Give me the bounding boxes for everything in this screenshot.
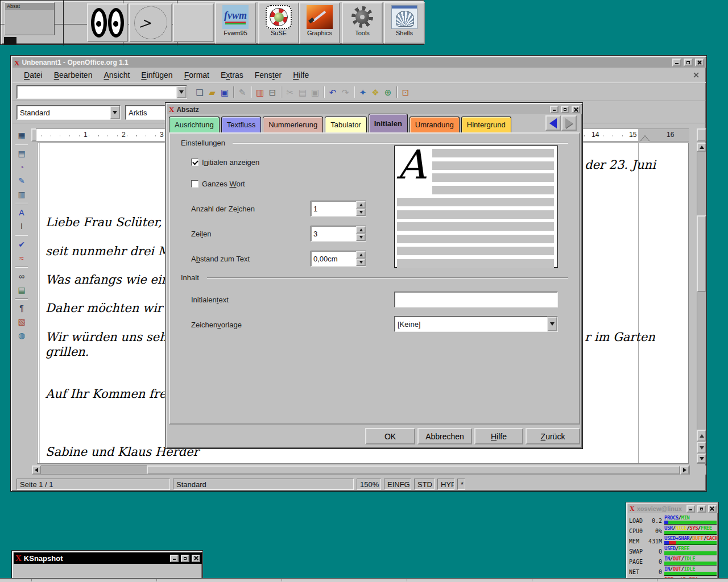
pager-mini-window[interactable]: Absat [5,2,55,35]
paste-icon[interactable]: ▣ [309,86,321,98]
help-button[interactable]: Hilfe [474,428,523,444]
char-style-combobox[interactable]: [Keine] [394,316,558,332]
scroll-down-button[interactable] [697,454,706,463]
menu-ansicht[interactable]: Ansicht [98,69,135,81]
dropcap-text-value[interactable] [395,292,557,307]
menu-fenster[interactable]: Fenster [249,69,287,81]
scroll-up-button[interactable] [697,143,706,152]
whole-word-checkbox[interactable] [191,180,198,188]
copy-icon[interactable]: ▤ [296,86,309,98]
char-style-dropdown-button[interactable] [547,317,557,331]
scroll-left-button[interactable] [32,465,41,475]
find-icon[interactable]: ∞ [14,269,29,283]
new-document-icon[interactable]: ❏ [193,86,206,98]
open-icon[interactable]: ▰ [206,86,218,98]
status-cell-6[interactable]: * [457,479,465,490]
status-cell-1[interactable]: Standard [173,479,354,490]
show-initials-checkbox[interactable] [191,159,198,166]
dropcap-text-input[interactable] [394,292,558,307]
vertical-scroll-thumb[interactable] [697,215,706,292]
close-document-icon[interactable] [693,72,700,78]
back-button[interactable]: Zurück [526,428,580,444]
menu-bearbeiten[interactable]: Bearbeiten [48,69,98,81]
minimize-button[interactable] [686,505,695,513]
dialog-titlebar[interactable]: X Absatz [167,105,582,114]
save-icon[interactable]: ▣ [218,86,231,98]
spin-down-button[interactable] [356,209,366,216]
tab-umrandung[interactable]: Umrandung [410,117,460,132]
tab-textfluss[interactable]: Textfluss [221,117,262,132]
tab-tabulator[interactable]: Tabulator [325,117,366,132]
next-tab-button[interactable] [561,115,577,131]
print-icon[interactable]: ⊟ [266,86,279,98]
right-indent-marker[interactable] [640,136,650,142]
data-sources-icon[interactable]: ▤ [14,283,29,297]
num-chars-value[interactable]: 1 [311,201,356,216]
num-chars-spinner[interactable]: 1 [311,201,366,217]
graphics-onoff-icon[interactable]: ▧ [14,315,29,329]
status-cell-3[interactable]: EINFG [384,479,411,490]
close-button[interactable] [708,505,717,513]
tab-initialen[interactable]: Initialen [369,114,408,132]
redo-icon[interactable]: ↷ [339,86,351,98]
launcher-tools[interactable]: Tools [342,2,383,44]
online-layout-icon[interactable]: ◍ [14,329,29,342]
paragraph-style-value[interactable]: Standard [17,106,110,119]
status-cell-0[interactable]: Seite 1 / 1 [16,479,170,490]
distance-spinner[interactable]: 0,00cm [311,251,366,267]
launcher-suse[interactable]: SuSE [258,2,299,44]
minimize-button[interactable] [672,59,681,66]
menu-einfügen[interactable]: Einfügen [135,69,178,81]
close-button[interactable] [572,106,580,113]
spellcheck-icon[interactable]: ✔ [14,238,29,251]
char-style-value[interactable]: [Keine] [395,317,547,331]
ok-button[interactable]: OK [365,428,415,444]
url-value[interactable] [17,86,176,98]
direct-cursor-icon[interactable]: I [14,219,29,233]
lines-spinner[interactable]: 3 [311,226,366,242]
minimize-button[interactable] [170,555,179,562]
draw-functions-icon[interactable]: ✎ [14,174,29,188]
paragraph-style-combobox[interactable]: Standard [16,105,121,120]
status-cell-5[interactable]: HYP [437,479,454,490]
nonprinting-chars-icon[interactable]: ¶ [14,301,29,315]
navigator-icon[interactable]: ✦ [357,86,369,98]
ksnapshot-titlebar[interactable]: X KSnapshot [14,552,202,564]
distance-value[interactable]: 0,00cm [311,251,356,266]
launcher-graphics[interactable]: Graphics [299,2,340,44]
launcher-shells[interactable]: Shells [384,2,425,44]
style-dropdown-button[interactable] [110,106,120,119]
autospellcheck-icon[interactable]: ≈ [14,251,29,265]
status-cell-4[interactable]: STD [414,479,435,490]
menu-hilfe[interactable]: Hilfe [287,69,315,81]
lines-value[interactable]: 3 [311,226,356,241]
scrollbar-corner-button[interactable] [697,128,706,142]
spin-up-button[interactable] [356,201,366,209]
form-functions-icon[interactable]: ▥ [14,188,29,201]
horizontal-scroll-thumb[interactable] [147,465,680,475]
cancel-button[interactable]: Abbrechen [417,428,472,444]
minimize-button[interactable] [550,106,559,113]
spin-down-button[interactable] [356,259,366,266]
spin-up-button[interactable] [356,251,366,259]
hyperlink-icon[interactable]: ⊕ [382,86,394,98]
bottom-taskbar-edge[interactable] [0,578,728,582]
autotext-icon[interactable]: A [14,206,29,219]
next-page-button[interactable] [697,442,706,454]
undo-icon[interactable]: ↶ [326,86,339,98]
maximize-button[interactable] [181,555,189,562]
tab-nummerierung[interactable]: Nummerierung [263,117,323,132]
close-button[interactable] [695,59,704,66]
menu-extras[interactable]: Extras [215,69,249,81]
tab-ausrichtung[interactable]: Ausrichtung [169,117,220,132]
url-dropdown-button[interactable] [176,86,187,98]
whole-word-label[interactable]: Ganzes Wort [202,180,245,188]
spin-up-button[interactable] [356,226,366,234]
gallery-icon[interactable]: ❖ [369,86,382,98]
openoffice-titlebar[interactable]: X Unbenannt1 - OpenOffice.org 1.1 [13,57,706,68]
export-pdf-icon[interactable]: ▥ [254,86,266,98]
edit-file-icon[interactable]: ✎ [236,86,249,98]
url-combobox[interactable] [16,85,187,99]
insert-object-icon[interactable]: ◔ [14,160,29,174]
spin-down-button[interactable] [356,234,366,241]
